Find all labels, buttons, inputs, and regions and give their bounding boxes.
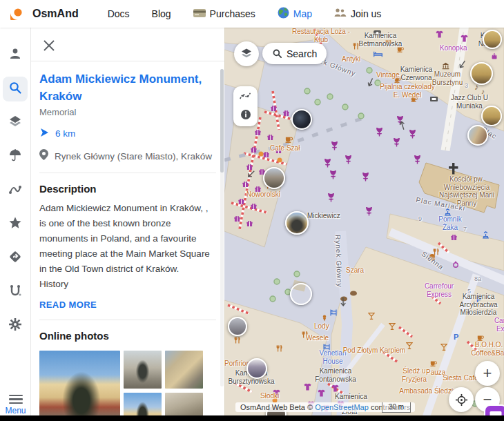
map-label-poi[interactable]: B.O.H.O. Coffee&Bar	[458, 341, 504, 357]
map-label-poi[interactable]: Słodki	[260, 392, 279, 400]
close-panel-button[interactable]	[40, 37, 58, 55]
globe-icon	[278, 7, 289, 21]
brand[interactable]: OsmAnd	[10, 4, 79, 23]
info-icon[interactable]	[240, 109, 251, 123]
map-label-poi[interactable]: Siesta Café	[443, 374, 478, 382]
photo-thumbnail[interactable]	[39, 351, 120, 421]
sidebar-item-search[interactable]	[3, 77, 28, 101]
address-row: Rynek Główny (Stare Miasto), Kraków	[39, 149, 216, 163]
description-text: Adam Mickiewicz Monument in Kraków, , is…	[39, 201, 216, 292]
map-label-building: Kamienica Fontanowska	[302, 367, 369, 383]
hamburger-icon	[9, 395, 23, 404]
divider	[39, 173, 216, 173]
star-icon	[8, 216, 22, 233]
read-more-link[interactable]: READ MORE	[39, 300, 97, 310]
map-label-building: Kamienica Betmanowska	[346, 32, 415, 48]
map-label-poi[interactable]: Lody	[314, 322, 329, 331]
map-label-poi[interactable]: Pod Złotym Karpiem	[342, 346, 407, 355]
nav-join-us[interactable]: Join us	[334, 7, 381, 21]
map-label-poi[interactable]: Konopka	[440, 44, 467, 52]
track-analysis-icon[interactable]	[240, 90, 251, 103]
person-icon	[8, 47, 22, 63]
poi-subtitle: Memorial	[39, 107, 216, 117]
parking-icon: P	[454, 333, 458, 341]
map-canvas[interactable]: ♪♪ P P	[224, 28, 504, 421]
search-icon	[272, 48, 282, 59]
locate-me-button[interactable]	[449, 387, 474, 412]
photo-marker[interactable]	[483, 30, 502, 49]
map-label-housenumber: 5	[467, 288, 471, 296]
map-label-poi[interactable]: Carrefour Express	[484, 317, 504, 333]
nav-map[interactable]: Map	[278, 7, 312, 21]
map-label-poi[interactable]: Cafe Szał	[270, 144, 300, 153]
map-layers-button[interactable]	[234, 41, 259, 66]
sidebar-item-favorites[interactable]	[3, 212, 28, 237]
directions-icon	[8, 250, 22, 266]
brand-name: OsmAnd	[32, 8, 79, 20]
photo-marker[interactable]	[467, 125, 488, 146]
zoom-in-button[interactable]: +	[475, 361, 500, 386]
divider	[39, 320, 216, 320]
map-label-building: Kamienica	[335, 393, 367, 401]
photo-marker[interactable]	[470, 62, 493, 85]
openstreetmap-link[interactable]: OpenStreetMap	[315, 403, 369, 411]
poi-details-panel: Adam Mickiewicz Monument, Kraków Memoria…	[31, 28, 224, 421]
close-icon	[43, 39, 55, 52]
layers-icon	[240, 47, 253, 61]
photo-marker[interactable]	[246, 358, 267, 379]
distance-row[interactable]: 6 km	[39, 127, 216, 139]
photo-gallery	[39, 351, 216, 421]
poi-title: Adam Mickiewicz Monument, Kraków	[39, 70, 216, 105]
panel-scrollbar[interactable]	[220, 69, 224, 386]
sidebar-item-account[interactable]	[3, 43, 28, 68]
search-icon	[8, 81, 22, 97]
map-search-button[interactable]: Search	[262, 43, 327, 64]
sidebar-item-layers[interactable]	[3, 110, 28, 135]
layers-icon	[8, 115, 22, 131]
map-label-poi[interactable]: Noworolski	[246, 190, 280, 199]
photo-marker[interactable]	[290, 283, 312, 305]
map-label-poi[interactable]: Szara	[346, 266, 364, 275]
window-edge	[0, 415, 504, 421]
nav-docs[interactable]: Docs	[108, 7, 130, 21]
location-pin-icon	[39, 149, 48, 163]
osmand-web-app: OsmAnd Docs Blog Purchases Map Join us	[0, 0, 504, 421]
flowers-layer	[325, 116, 420, 215]
photo-thumbnail[interactable]	[165, 351, 203, 389]
photo-marker[interactable]	[263, 167, 285, 189]
plan-route-icon	[8, 284, 22, 300]
sidebar-item-plan-route[interactable]	[3, 280, 28, 304]
map-tools-card	[233, 86, 258, 126]
distance-value: 6 km	[55, 128, 75, 139]
map-label-housenumber: 8a	[474, 275, 481, 284]
map-label-poi[interactable]: Vintage	[376, 71, 400, 79]
map-scale: 30 m	[382, 402, 411, 413]
sidebar-menu-button[interactable]: Menu	[0, 393, 31, 416]
track-route-icon	[8, 182, 22, 199]
people-icon	[334, 8, 347, 20]
map-label-housenumber: 9	[418, 215, 422, 224]
map-label-poi[interactable]: Restauracja Loża - Klub	[289, 28, 353, 43]
sidebar-item-navigation[interactable]	[3, 246, 28, 271]
photo-marker[interactable]	[481, 106, 502, 126]
photos-heading: Online photos	[39, 330, 216, 342]
crosshair-icon	[455, 393, 468, 407]
osmand-logo-icon	[10, 4, 26, 23]
map-label-poi[interactable]: Mickiewicz	[307, 212, 340, 220]
map-label-poi[interactable]: Antyki	[342, 55, 360, 63]
map-label-poi[interactable]: Ambasada Śledzia	[398, 387, 458, 395]
sidebar-item-settings[interactable]	[3, 313, 28, 338]
sidebar-item-weather[interactable]	[3, 144, 28, 169]
photo-marker[interactable]	[228, 317, 247, 336]
description-heading: Description	[39, 183, 216, 195]
photo-marker[interactable]	[291, 109, 312, 130]
photo-marker-mickiewicz[interactable]	[285, 211, 309, 235]
credit-card-icon	[193, 8, 206, 20]
sidebar-item-tracks[interactable]	[3, 178, 28, 203]
nav-blog[interactable]: Blog	[152, 7, 171, 21]
nav-purchases[interactable]: Purchases	[193, 7, 255, 21]
photo-thumbnail[interactable]	[124, 351, 162, 389]
map-label-poi[interactable]: Wesele	[306, 334, 329, 342]
direction-arrow-icon	[39, 127, 49, 139]
divider	[31, 61, 224, 61]
